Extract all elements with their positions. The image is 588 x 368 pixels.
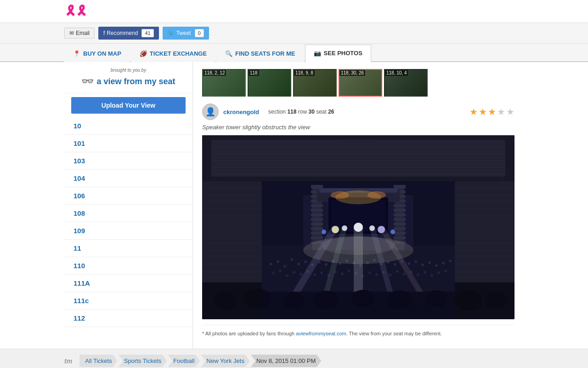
thumbnail-3[interactable]: 118, 9, 8 <box>293 69 337 97</box>
breadcrumb-sports-tickets-link[interactable]: Sports Tickets <box>124 357 162 364</box>
svg-rect-24 <box>455 181 514 282</box>
section-item: 11 <box>64 240 192 257</box>
section-link-103[interactable]: 103 <box>64 152 192 169</box>
section-item: 101 <box>64 135 192 152</box>
breadcrumb-all-tickets[interactable]: All Tickets <box>79 355 118 367</box>
thumbnail-1[interactable]: 118, 2, 12 <box>202 69 246 97</box>
breadcrumb-all-tickets-link[interactable]: All Tickets <box>85 357 112 364</box>
avatar: 👤 <box>202 104 219 120</box>
section-link-111a[interactable]: 111A <box>64 275 192 292</box>
camera-icon: 📷 <box>314 50 321 57</box>
seat-label: seat <box>316 109 327 115</box>
section-link-101[interactable]: 101 <box>64 135 192 152</box>
thumb-label-3: 118, 9, 8 <box>294 70 315 76</box>
recommend-count: 41 <box>141 29 153 37</box>
row-num: 30 <box>308 109 314 115</box>
search-icon: 🔍 <box>225 50 232 57</box>
breadcrumb-date-label: Nov 8, 2015 01:00 PM <box>256 357 316 364</box>
main-content: brought to you by 👓 a view from my seat … <box>0 62 588 349</box>
ticketmaster-logo: tm <box>64 357 72 365</box>
breadcrumb-football[interactable]: Football <box>168 355 200 367</box>
breadcrumb-sports-tickets[interactable]: Sports Tickets <box>119 355 167 367</box>
star-2: ★ <box>479 106 487 117</box>
seat-num: 26 <box>328 109 334 115</box>
section-link-109[interactable]: 109 <box>64 222 192 239</box>
username: ckronengold <box>223 109 259 115</box>
disclaimer-text-after: . The view from your seat may be differe… <box>346 331 442 336</box>
section-item: 112 <box>64 310 192 327</box>
section-link-112[interactable]: 112 <box>64 310 192 327</box>
tab-see-photos-label: SEE PHOTOS <box>324 50 362 57</box>
section-label: section <box>268 109 286 115</box>
email-button[interactable]: ✉ Email <box>64 28 95 39</box>
section-item: 104 <box>64 170 192 187</box>
content-area: 118, 2, 12 118 118, 9, 8 118, 30, 26 <box>193 62 524 349</box>
nfl-icon: 🏈 <box>140 50 147 57</box>
glasses-icon: 👓 <box>81 75 94 87</box>
thumbnail-5[interactable]: 118, 10, 4 <box>384 69 428 97</box>
recommend-label: Recommend <box>107 30 138 36</box>
tab-buy-on-map[interactable]: 📍 BUY ON MAP <box>64 45 130 62</box>
section-link-106[interactable]: 106 <box>64 187 192 204</box>
thumb-label-2: 118 <box>249 70 259 76</box>
star-5: ★ <box>506 106 514 117</box>
tweet-button[interactable]: 🐦 Tweet 0 <box>163 27 209 40</box>
tweet-count: 0 <box>195 29 204 37</box>
thumbnail-2[interactable]: 118 <box>248 69 291 97</box>
tab-ticket-exchange-label: TICKET EXCHANGE <box>150 50 207 57</box>
twitter-icon: 🐦 <box>168 30 175 36</box>
upload-button[interactable]: Upload Your View <box>71 97 186 114</box>
logo-icon: 🎗🎗 <box>64 4 86 19</box>
section-list: 1010110310410610810911110111A111c112 <box>64 117 192 327</box>
section-link-110[interactable]: 110 <box>64 257 192 274</box>
map-icon: 📍 <box>73 50 80 57</box>
tab-ticket-exchange[interactable]: 🏈 TICKET EXCHANGE <box>131 45 215 62</box>
brought-by-text: brought to you by <box>71 68 186 73</box>
section-info: section 118 row 30 seat 26 <box>268 109 334 115</box>
section-link-104[interactable]: 104 <box>64 170 192 187</box>
avfms-link[interactable]: aviewfrommyseat.com <box>296 331 346 336</box>
tab-buy-on-map-label: BUY ON MAP <box>83 50 121 57</box>
facebook-icon: f <box>103 30 105 36</box>
tab-find-seats[interactable]: 🔍 FIND SEATS FOR ME <box>216 45 304 62</box>
tweet-label: Tweet <box>176 30 191 36</box>
photo-thumbnails: 118, 2, 12 118 118, 9, 8 118, 30, 26 <box>202 69 514 97</box>
thumb-label-1: 118, 2, 12 <box>203 70 226 76</box>
row-label: row <box>298 109 307 115</box>
recommend-button[interactable]: f Recommend 41 <box>98 27 159 40</box>
section-item: 111c <box>64 292 192 310</box>
section-item: 10 <box>64 117 192 135</box>
section-num: 118 <box>287 109 296 115</box>
section-link-111c[interactable]: 111c <box>64 292 192 309</box>
breadcrumb-date: Nov 8, 2015 01:00 PM <box>251 355 321 367</box>
email-icon: ✉ <box>69 30 74 36</box>
site-logo: 🎗🎗 <box>64 4 86 19</box>
section-item: 111A <box>64 275 192 292</box>
breadcrumb-ny-jets[interactable]: New York Jets <box>201 355 250 367</box>
star-4: ★ <box>497 106 505 117</box>
section-link-11[interactable]: 11 <box>64 240 192 257</box>
section-item: 108 <box>64 205 192 222</box>
tab-bar: 📍 BUY ON MAP 🏈 TICKET EXCHANGE 🔍 FIND SE… <box>0 44 588 62</box>
svg-rect-155 <box>262 181 455 319</box>
disclaimer: * All photos are uploaded by fans throug… <box>202 325 514 342</box>
section-item: 109 <box>64 222 192 240</box>
breadcrumb-football-link[interactable]: Football <box>173 357 194 364</box>
tab-see-photos[interactable]: 📷 SEE PHOTOS <box>305 45 371 62</box>
social-bar: ✉ Email f Recommend 41 🐦 Tweet 0 <box>0 23 588 44</box>
star-rating: ★ ★ ★ ★ ★ <box>469 106 514 117</box>
svg-point-146 <box>214 292 237 310</box>
breadcrumb-ny-jets-link[interactable]: New York Jets <box>207 357 244 364</box>
disclaimer-text-before: * All photos are uploaded by fans throug… <box>202 331 296 336</box>
tab-find-seats-label: FIND SEATS FOR ME <box>235 50 295 57</box>
email-label: Email <box>76 30 90 36</box>
section-link-108[interactable]: 108 <box>64 205 192 222</box>
thumb-label-5: 118, 10, 4 <box>385 70 408 76</box>
avfms-logo: 👓 a view from my seat <box>71 75 186 87</box>
main-photo <box>202 135 514 319</box>
section-link-10[interactable]: 10 <box>64 117 192 134</box>
logo-bar: 🎗🎗 <box>0 0 588 23</box>
section-item: 103 <box>64 152 192 170</box>
star-3: ★ <box>488 106 496 117</box>
thumbnail-4[interactable]: 118, 30, 26 <box>339 69 382 97</box>
